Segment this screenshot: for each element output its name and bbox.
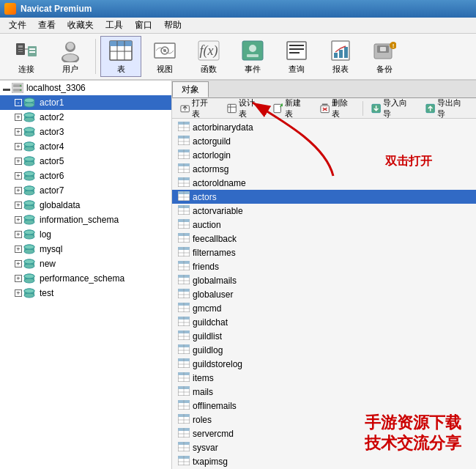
report-icon (329, 39, 352, 62)
actor3-expand-icon: + (15, 128, 22, 136)
obj-design-btn[interactable]: 设计表 (222, 95, 267, 122)
svg-point-70 (24, 186, 34, 191)
svg-point-57 (24, 147, 34, 151)
table-name-label: actorguild (193, 136, 231, 147)
tree-item-actor4[interactable]: + actor4 (0, 139, 171, 154)
db-icon-actor4 (23, 141, 35, 152)
svg-rect-7 (25, 48, 28, 50)
table-list-item[interactable]: actorguild (172, 134, 476, 148)
table-row-icon (178, 177, 190, 189)
tree-item-actor6[interactable]: + actor6 (0, 169, 171, 183)
export-icon (425, 103, 435, 114)
view-icon (153, 39, 176, 62)
table-list-item[interactable]: actorvariable (172, 204, 476, 218)
svg-point-98 (24, 289, 34, 293)
table-label: 表 (117, 64, 125, 75)
table-name-label: guildlog (193, 345, 223, 355)
table-name-label: guildstorelog (193, 359, 242, 369)
obj-delete-btn[interactable]: 删除表 (315, 95, 360, 122)
db-icon-performance_schema (23, 273, 35, 284)
table-name-label: guildlist (193, 331, 222, 341)
info-schema-expand-icon: + (15, 216, 22, 224)
table-list-item[interactable]: guildlist (172, 329, 476, 343)
table-list-item[interactable]: guildstorelog (172, 357, 476, 371)
toolbar-table-btn[interactable]: 表 (100, 36, 141, 77)
tree-item-log[interactable]: + log (0, 227, 171, 242)
toolbar-connect-btn[interactable]: 连接 (6, 36, 47, 77)
table-list-item[interactable]: offlinemails (172, 399, 476, 413)
table-list-item[interactable]: actors (172, 190, 476, 204)
tree-item-actor7[interactable]: + actor7 (0, 183, 171, 198)
table-list-item[interactable]: auction (172, 218, 476, 232)
table-list-item[interactable]: filternames (172, 245, 476, 259)
table-row-icon (178, 358, 190, 370)
toolbar-user-btn[interactable]: 用户 (50, 36, 91, 77)
test-expand-icon: + (15, 289, 22, 297)
event-icon (241, 39, 264, 62)
tree-item-performance_schema[interactable]: + performance_schema (0, 271, 171, 286)
tree-item-actor2[interactable]: + actor2 (0, 110, 171, 125)
tree-item-test[interactable]: + test (0, 286, 171, 300)
menu-window[interactable]: 窗口 (129, 18, 158, 33)
tree-item-new[interactable]: + new (0, 256, 171, 271)
obj-import-btn[interactable]: 导入向导 (366, 95, 419, 122)
table-name-label: guildchat (193, 317, 228, 328)
backup-label: 备份 (376, 64, 393, 75)
table-row-icon (178, 205, 190, 217)
table-list-item[interactable]: actorbinarydata (172, 120, 476, 134)
toolbar-view-btn[interactable]: 视图 (144, 36, 185, 77)
tree-item-actor3[interactable]: + actor3 (0, 125, 171, 139)
table-list-item[interactable]: gmcmd (172, 301, 476, 315)
table-list-item[interactable]: globalmails (172, 273, 476, 287)
table-row-icon (178, 386, 190, 398)
toolbar-event-btn[interactable]: 事件 (232, 36, 273, 77)
table-list-item[interactable]: globaluser (172, 287, 476, 301)
table-name-label: roles (193, 415, 212, 425)
menu-tools[interactable]: 工具 (100, 18, 129, 33)
menu-view[interactable]: 查看 (32, 18, 62, 33)
tree-item-mysql[interactable]: + mysql (0, 242, 171, 256)
table-list-item[interactable]: actoroldname (172, 176, 476, 190)
svg-point-81 (24, 234, 34, 239)
tree-item-actor1[interactable]: - actor1 (0, 95, 171, 110)
db-icon-actor7 (23, 185, 35, 196)
table-row-icon (178, 247, 190, 259)
menu-file[interactable]: 文件 (3, 18, 32, 33)
tree-item-globaldata[interactable]: + globaldata (0, 198, 171, 213)
svg-point-77 (24, 220, 34, 224)
table-row-icon (178, 330, 190, 342)
tab-objects[interactable]: 对象 (172, 81, 209, 97)
tree-item-actor5[interactable]: + actor5 (0, 154, 171, 169)
toolbar-backup-btn[interactable]: ! 备份 (364, 36, 405, 77)
obj-export-btn[interactable]: 导出向导 (420, 95, 473, 122)
obj-new-table-btn[interactable]: 新建表 (268, 95, 313, 122)
app-title: Navicat Premium (21, 4, 92, 14)
toolbar-report-btn[interactable]: 报表 (320, 36, 361, 77)
server-node[interactable]: ▬ localhost_3306 (0, 81, 171, 95)
table-list-item[interactable]: mails (172, 385, 476, 399)
globaldata-expand-icon: + (15, 202, 22, 209)
table-list-item[interactable]: friends (172, 259, 476, 273)
table-list-item[interactable]: guildlog (172, 343, 476, 357)
right-panel: 对象 打开表 设计表 (172, 81, 476, 469)
tree-item-information_schema[interactable]: + information_schema (0, 213, 171, 227)
table-list-item[interactable]: guildchat (172, 315, 476, 329)
table-list-item[interactable]: txapimsg (172, 454, 476, 468)
table-row-icon (178, 317, 190, 328)
table-list-item[interactable]: feecallback (172, 232, 476, 245)
toolbar-function-btn[interactable]: f(x) 函数 (188, 36, 229, 77)
table-list-item[interactable]: items (172, 371, 476, 385)
menu-help[interactable]: 帮助 (158, 18, 187, 33)
obj-open-btn[interactable]: 打开表 (175, 95, 220, 122)
menu-favorites[interactable]: 收藏夹 (62, 18, 100, 33)
svg-point-73 (24, 205, 34, 210)
svg-rect-25 (287, 42, 306, 59)
svg-rect-26 (289, 45, 304, 46)
watermark-line2: 技术交流分享 (365, 433, 461, 454)
db-label-actor4: actor4 (40, 141, 64, 152)
table-row-icon (178, 289, 190, 300)
toolbar-query-btn[interactable]: 查询 (276, 36, 317, 77)
design-label: 设计表 (239, 97, 261, 119)
table-name-label: gmcmd (193, 303, 221, 314)
db-icon-actor1 (23, 97, 35, 108)
